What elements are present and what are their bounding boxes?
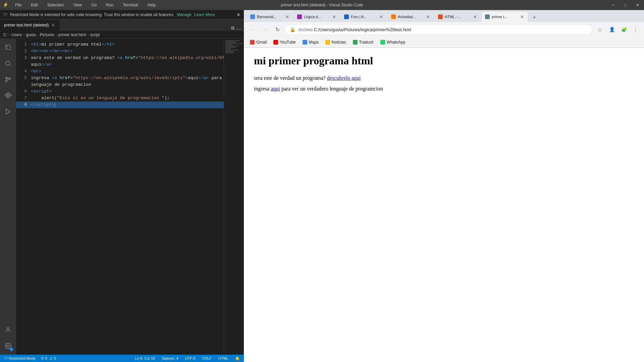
activity-explorer[interactable] (2, 41, 14, 53)
breadcrumb-file[interactable]: primer test.html (58, 33, 86, 37)
menu-selection[interactable]: Selection (45, 2, 66, 8)
back-button[interactable]: ← (247, 24, 257, 35)
browser-tab-html[interactable]: HTML - ... ✕ (434, 11, 481, 22)
browser-tab-logica[interactable]: Lógica d... ✕ (293, 11, 340, 22)
browser-tab-actividad[interactable]: Actividad... ✕ (387, 11, 434, 22)
restricted-close-button[interactable]: ✕ (236, 12, 240, 17)
split-editor-icon[interactable]: ⧉ (231, 25, 234, 31)
tab-close-logica[interactable]: ✕ (332, 14, 337, 20)
breadcrumb-pictures[interactable]: Pictures (40, 33, 54, 37)
browser-chrome: Bienvenid... ✕ Lógica d... ✕ Foro | A...… (244, 10, 644, 48)
rendered-link-aqui[interactable]: aqui (271, 86, 280, 92)
menu-go[interactable]: Go (89, 2, 99, 8)
code-line-5-cont: lenguaje de programcion (16, 81, 224, 88)
bookmark-whatsapp[interactable]: WhatsApp (378, 38, 408, 46)
browser-tab-primer[interactable]: primer t... ✕ (481, 11, 528, 22)
tab-title-foro: Foro | A... (351, 15, 377, 19)
code-line-3-cont: aqui</a> (16, 61, 224, 68)
error-icon: ✕ (41, 356, 44, 360)
menu-edit[interactable]: Edit (28, 2, 41, 8)
code-line-7: 7 alert("Esto si es un lenguaje de progr… (16, 95, 224, 102)
tab-favicon-html (438, 14, 443, 19)
rendered-text-3: para ver un verdadero lenguaje de progra… (280, 86, 383, 92)
manage-link[interactable]: Manage (177, 12, 192, 17)
code-line-4: 4 <br> (16, 68, 224, 75)
rendered-link-descubrelo[interactable]: descubrelo aqui (327, 75, 361, 81)
bookmark-traductor[interactable]: Traducir (350, 38, 377, 46)
code-line-6: 6 <script> (16, 88, 224, 95)
svg-point-3 (9, 78, 11, 79)
restricted-mode-status[interactable]: 🛡 Restricted Mode (3, 356, 37, 360)
svg-point-10 (7, 345, 9, 347)
activity-extensions[interactable] (2, 89, 14, 102)
menu-help[interactable]: Help (145, 2, 159, 8)
url-text: Archivo C:/Users/gusta/Pictures/logica/p… (298, 27, 587, 32)
bookmark-maps[interactable]: Maps (300, 38, 321, 46)
tab-close-foro[interactable]: ✕ (379, 14, 384, 20)
svg-rect-6 (7, 96, 9, 98)
cursor-position-status[interactable]: Ln 8, Col 10 (134, 356, 156, 360)
tab-title-actividad: Actividad... (398, 15, 424, 19)
minimize-button[interactable]: ─ (610, 2, 617, 8)
breadcrumb-users[interactable]: Users (11, 33, 22, 37)
minimap (224, 39, 244, 355)
browser-menu-button[interactable]: ⋮ (631, 24, 641, 35)
menu-terminal[interactable]: Terminal (120, 2, 141, 8)
code-editor[interactable]: 1 <h1>mi primer programa html</h1> 2 <br… (16, 39, 224, 355)
breadcrumb-gusta[interactable]: gusta (26, 33, 36, 37)
tab-close-html[interactable]: ✕ (473, 14, 478, 20)
bookmark-noticias[interactable]: Noticias (323, 38, 349, 46)
bookmark-gmail[interactable]: Gmail (247, 38, 269, 46)
activity-debug[interactable] (2, 106, 14, 118)
code-line-3: 3 sera este de verdad un programa? <a hr… (16, 55, 224, 61)
notifications-icon[interactable]: 🔔 (234, 356, 241, 361)
tab-close-button[interactable]: ✕ (51, 22, 55, 28)
tab-title-logica: Lógica d... (304, 15, 330, 19)
breadcrumb-c[interactable]: C: (3, 33, 7, 37)
encoding-status[interactable]: UTF-8 (183, 356, 197, 360)
tab-close-bienvenido[interactable]: ✕ (285, 14, 290, 20)
bookmark-favicon-youtube (273, 40, 278, 45)
more-actions-icon[interactable]: … (236, 25, 241, 31)
menu-file[interactable]: File (12, 2, 24, 8)
new-tab-button[interactable]: + (530, 13, 539, 22)
activity-settings[interactable]: 1 (2, 340, 14, 352)
status-bar-right: Ln 8, Col 10 Spaces: 4 UTF-8 CRLF HTML 🔔 (134, 356, 241, 361)
bookmark-label-whatsapp: WhatsApp (387, 40, 405, 45)
bookmark-button[interactable]: ☆ (594, 24, 605, 35)
language-status[interactable]: HTML (217, 356, 230, 360)
status-bar: 🛡 Restricted Mode ✕ 0 ⚠ 0 Ln 8, Col 10 S… (0, 355, 244, 362)
activity-account[interactable] (2, 324, 14, 336)
indentation-status[interactable]: Spaces: 4 (160, 356, 179, 360)
tab-close-primer[interactable]: ✕ (520, 14, 525, 20)
tab-close-actividad[interactable]: ✕ (426, 14, 431, 20)
errors-status[interactable]: ✕ 0 ⚠ 0 (40, 356, 57, 361)
browser-tab-bienvenido[interactable]: Bienvenid... ✕ (247, 11, 293, 22)
activity-search[interactable] (2, 57, 14, 69)
code-line-8: 8 </script> (16, 102, 224, 108)
maximize-button[interactable]: □ (622, 2, 629, 8)
bookmark-favicon-maps (303, 40, 307, 45)
browser-tab-foro[interactable]: Foro | A... ✕ (340, 11, 387, 22)
refresh-button[interactable]: ↻ (272, 24, 283, 35)
browser-content: mi primer programa html sera este de ver… (244, 48, 644, 362)
learn-more-link[interactable]: Learn More (194, 12, 215, 17)
menu-run[interactable]: Run (103, 2, 116, 8)
line-ending-status[interactable]: CRLF (201, 356, 213, 360)
bookmark-youtube[interactable]: YouTube (271, 38, 298, 46)
shield-icon: 🛡 (3, 12, 7, 17)
address-bar[interactable]: 🔒 Archivo C:/Users/gusta/Pictures/logica… (285, 24, 592, 35)
activity-source-control[interactable] (2, 73, 14, 85)
profile-button[interactable]: 👤 (606, 24, 617, 35)
extensions-button[interactable]: 🧩 (619, 24, 629, 35)
forward-button[interactable]: → (259, 24, 270, 35)
bookmark-label-noticias: Noticias (332, 40, 346, 45)
rendered-text-1: sera este de verdad un programa? (254, 75, 327, 81)
rendered-text-2: ingresa (254, 86, 271, 92)
menu-view[interactable]: View (70, 2, 85, 8)
close-button[interactable]: ✕ (634, 2, 641, 8)
status-bar-left: 🛡 Restricted Mode ✕ 0 ⚠ 0 (3, 356, 57, 361)
breadcrumb-script[interactable]: script (90, 33, 100, 37)
bookmark-label-gmail: Gmail (256, 40, 267, 45)
editor-tab-active[interactable]: primer test.html (deleted) ✕ (0, 19, 60, 31)
